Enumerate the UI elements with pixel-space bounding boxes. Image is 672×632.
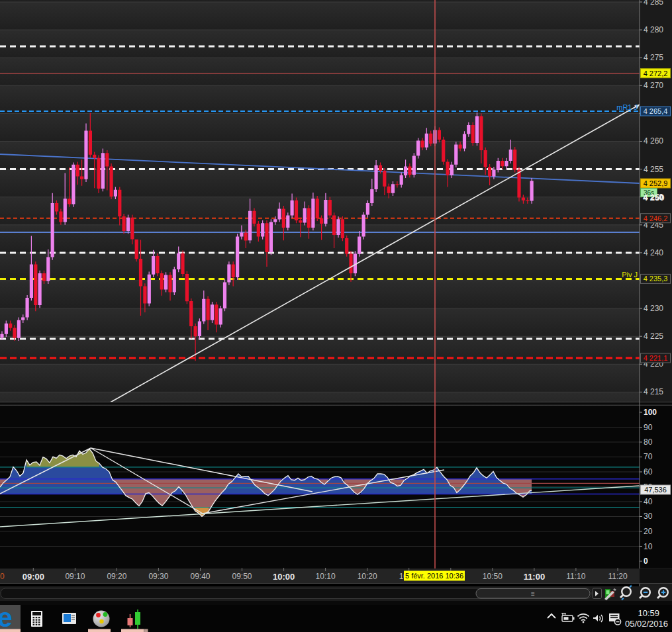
svg-text:0: 0: [644, 557, 648, 566]
svg-text:10:10: 10:10: [316, 572, 336, 581]
svg-text:30: 30: [644, 512, 653, 521]
svg-text:70: 70: [644, 452, 653, 461]
svg-text:09:30: 09:30: [148, 572, 168, 581]
svg-text:80: 80: [644, 437, 653, 447]
svg-text:10:59: 10:59: [638, 608, 659, 618]
svg-text:4 221,1: 4 221,1: [644, 354, 668, 362]
svg-text:09:50: 09:50: [232, 572, 252, 581]
svg-text:0: 0: [0, 572, 5, 581]
svg-text:4 246,2: 4 246,2: [644, 214, 668, 222]
svg-text:09:20: 09:20: [107, 572, 126, 581]
svg-text:4 240: 4 240: [644, 248, 663, 257]
svg-text:100: 100: [644, 408, 657, 417]
svg-text:40: 40: [644, 497, 653, 506]
svg-text:mR1 J: mR1 J: [616, 103, 638, 111]
svg-text:4 272,2: 4 272,2: [644, 69, 668, 77]
svg-text:4 255: 4 255: [644, 165, 663, 174]
svg-text:09:40: 09:40: [190, 572, 210, 581]
svg-text:4 270: 4 270: [644, 81, 663, 90]
svg-text:4 235,3: 4 235,3: [644, 275, 668, 283]
svg-text:09:00: 09:00: [23, 572, 44, 582]
svg-text:47,536: 47,536: [644, 486, 667, 494]
svg-text:05/02/2016: 05/02/2016: [625, 619, 668, 629]
svg-text:4 230: 4 230: [644, 304, 663, 313]
svg-text:11:10: 11:10: [566, 572, 585, 581]
svg-text:11:00: 11:00: [524, 572, 546, 582]
svg-text:4 265,4: 4 265,4: [644, 107, 668, 115]
svg-text:90: 90: [644, 423, 653, 432]
svg-text:10:20: 10:20: [358, 572, 377, 581]
svg-text:4 260: 4 260: [644, 136, 663, 146]
svg-text:5 févr. 2016 10:36: 5 févr. 2016 10:36: [405, 572, 463, 580]
svg-text:10:00: 10:00: [273, 572, 295, 582]
svg-text:4 275: 4 275: [644, 53, 663, 62]
svg-text:Piv J: Piv J: [622, 271, 638, 279]
svg-text:10: 10: [644, 542, 653, 551]
svg-text:09:10: 09:10: [65, 572, 85, 581]
svg-text:10:50: 10:50: [483, 572, 503, 581]
svg-text:4 250: 4 250: [643, 193, 665, 203]
svg-text:e: e: [0, 602, 13, 632]
svg-text:4 280: 4 280: [644, 25, 663, 34]
svg-text:4 225: 4 225: [644, 332, 663, 341]
svg-text:4 285: 4 285: [644, 0, 663, 7]
svg-text:≡: ≡: [531, 590, 535, 598]
svg-text:11:20: 11:20: [608, 572, 627, 581]
svg-text:4 252,9: 4 252,9: [644, 179, 668, 187]
svg-text:4 215: 4 215: [644, 387, 663, 396]
svg-text:20: 20: [644, 527, 653, 536]
svg-text:60: 60: [644, 467, 653, 476]
